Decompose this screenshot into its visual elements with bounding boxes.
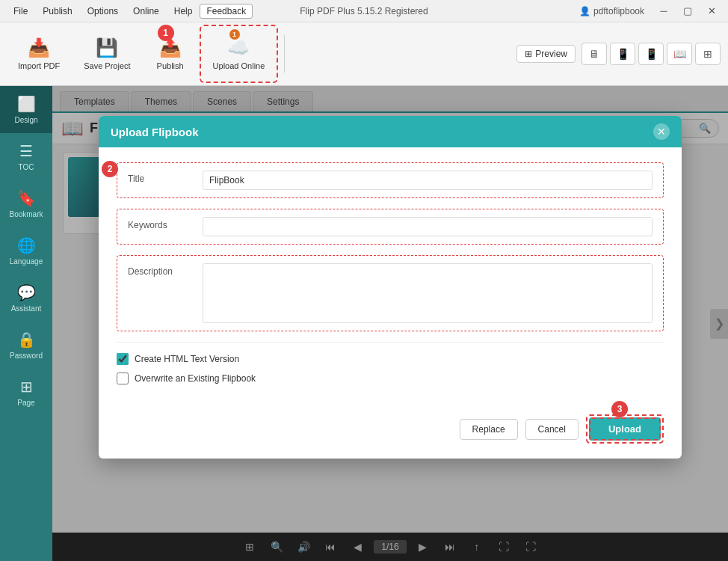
sidebar: ⬜ Design ☰ TOC 🔖 Bookmark 🌐 Language 💬 A… — [0, 86, 52, 561]
password-icon: 🔒 — [17, 331, 36, 349]
mobile-view-button[interactable]: 📱 — [638, 43, 664, 65]
import-pdf-button[interactable]: 📥 Import PDF — [7, 28, 70, 80]
toolbar-separator — [284, 35, 285, 73]
menu-publish[interactable]: Publish — [35, 3, 79, 19]
sidebar-item-password[interactable]: 🔒 Password — [0, 322, 52, 369]
dialog-close-button[interactable]: ✕ — [653, 123, 670, 140]
content-area: Templates Themes Scenes Settings 📖 Flip … — [52, 86, 728, 561]
company-label: 👤 pdftoflipbook — [579, 6, 644, 16]
toolbar: 📥 Import PDF 💾 Save Project 1 📤 Publish … — [0, 22, 728, 86]
keywords-label: Keywords — [128, 217, 203, 230]
menu-options[interactable]: Options — [80, 3, 126, 19]
dialog-footer: 3 Replace Cancel Upload — [99, 407, 682, 459]
step3-badge: 3 — [611, 401, 628, 417]
overwrite-row: Overwrite an Existing Flipbook — [117, 373, 664, 384]
menu-help[interactable]: Help — [167, 3, 200, 19]
title-bar: File Publish Options Online Help Feedbac… — [0, 0, 728, 22]
import-icon: 📥 — [28, 37, 50, 58]
dialog-header: Upload Flipbook ✕ — [99, 116, 682, 147]
book-view-button[interactable]: 📖 — [667, 43, 692, 65]
upload-badge: 1 — [229, 29, 240, 40]
save-project-button[interactable]: 💾 Save Project — [73, 28, 141, 80]
sidebar-item-bookmark[interactable]: 🔖 Bookmark — [0, 180, 52, 227]
grid-view-button[interactable]: ⊞ — [695, 43, 721, 65]
overwrite-label[interactable]: Overwrite an Existing Flipbook — [135, 373, 256, 384]
main-layout: ⬜ Design ☰ TOC 🔖 Bookmark 🌐 Language 💬 A… — [0, 86, 728, 561]
menu-items: File Publish Options Online Help Feedbac… — [6, 3, 253, 19]
sidebar-item-design[interactable]: ⬜ Design — [0, 86, 52, 133]
toolbar-right: ⊞ Preview 🖥 📱 📱 📖 ⊞ — [516, 43, 721, 65]
title-label: Title — [128, 171, 203, 184]
menu-file[interactable]: File — [6, 3, 35, 19]
view-buttons: 🖥 📱 📱 📖 ⊞ — [582, 43, 721, 65]
minimize-button[interactable]: ─ — [653, 4, 674, 19]
save-icon: 💾 — [96, 37, 118, 58]
step2-badge: 2 — [102, 161, 118, 177]
desktop-view-button[interactable]: 🖥 — [582, 43, 607, 65]
app-title: Flip PDF Plus 5.15.2 Registered — [300, 6, 428, 16]
cancel-button[interactable]: Cancel — [525, 419, 579, 440]
keywords-form-group: Keywords — [117, 209, 664, 245]
window-controls: 👤 pdftoflipbook ─ ▢ ✕ — [579, 4, 722, 19]
page-icon: ⊞ — [20, 378, 33, 396]
preview-button[interactable]: ⊞ Preview — [516, 45, 576, 63]
create-html-checkbox[interactable] — [117, 353, 129, 365]
sidebar-item-page[interactable]: ⊞ Page — [0, 369, 52, 416]
menu-bar: File Publish Options Online Help Feedbac… — [6, 3, 253, 19]
upload-button-wrap: Upload — [586, 414, 664, 444]
upload-button[interactable]: Upload — [589, 417, 661, 441]
upload-icon: ☁️ — [227, 37, 250, 58]
create-html-label[interactable]: Create HTML Text Version — [135, 354, 239, 364]
title-form-group: Title — [117, 162, 664, 198]
design-icon: ⬜ — [17, 95, 36, 113]
language-icon: 🌐 — [17, 236, 36, 254]
dialog-overlay: Upload Flipbook ✕ 2 Title Keywords — [52, 86, 728, 561]
maximize-button[interactable]: ▢ — [677, 4, 698, 19]
description-label: Description — [128, 263, 203, 277]
preview-icon: ⊞ — [525, 49, 532, 59]
publish-btn-wrap: 1 📤 Publish — [144, 28, 197, 80]
replace-button[interactable]: Replace — [460, 419, 518, 440]
keywords-input[interactable] — [203, 217, 653, 236]
bookmark-icon: 🔖 — [17, 189, 36, 207]
upload-flipbook-dialog: Upload Flipbook ✕ 2 Title Keywords — [99, 116, 682, 459]
dialog-separator — [117, 342, 664, 343]
close-button[interactable]: ✕ — [701, 4, 722, 19]
menu-online[interactable]: Online — [126, 3, 167, 19]
menu-feedback[interactable]: Feedback — [200, 4, 253, 19]
assistant-icon: 💬 — [17, 283, 36, 301]
description-form-group: Description — [117, 255, 664, 331]
sidebar-item-language[interactable]: 🌐 Language — [0, 227, 52, 275]
sidebar-item-toc[interactable]: ☰ TOC — [0, 133, 52, 180]
dialog-title: Upload Flipbook — [111, 126, 199, 138]
tablet-view-button[interactable]: 📱 — [610, 43, 635, 65]
description-textarea[interactable] — [203, 263, 653, 323]
toc-icon: ☰ — [19, 142, 33, 160]
title-input[interactable] — [203, 171, 653, 190]
sidebar-item-assistant[interactable]: 💬 Assistant — [0, 275, 52, 322]
create-html-row: Create HTML Text Version — [117, 353, 664, 365]
dialog-body: 2 Title Keywords Description — [99, 147, 682, 407]
user-icon: 👤 — [579, 6, 590, 16]
upload-online-btn-wrap: 1 ☁️ Upload Online — [200, 25, 279, 83]
step1-badge: 1 — [158, 25, 174, 41]
overwrite-checkbox[interactable] — [117, 373, 129, 384]
